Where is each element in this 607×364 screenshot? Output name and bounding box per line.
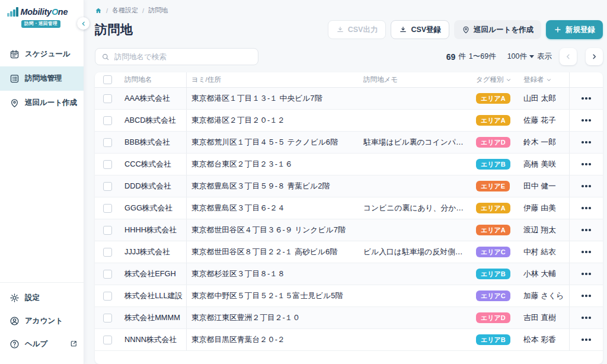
visit-name: 株式会社EFGH xyxy=(120,263,187,285)
registrant-name: 加藤 さくら xyxy=(519,291,569,301)
row-menu-button[interactable] xyxy=(579,225,593,235)
visit-address: 東京都台東区２丁目２３-１６ xyxy=(187,159,359,170)
row-menu-button[interactable] xyxy=(579,116,593,125)
visit-name: HHHH株式会社 xyxy=(120,219,187,241)
sort-chevron-icon xyxy=(546,77,552,83)
table-row[interactable]: NNNN株式会社 東京都目黒区青葉台２０-２ エリアB 松本 彩香 xyxy=(95,329,603,351)
map-pin-icon xyxy=(9,98,20,108)
row-checkbox[interactable] xyxy=(103,204,112,213)
table-row[interactable]: JJJJ株式会社 東京都世田谷区８丁目２２-１ 高砂ビル6階 ビル入口は駐車場の… xyxy=(95,241,603,263)
breadcrumb-item-settings[interactable]: 各種設定 xyxy=(112,6,138,15)
sidebar-item-help[interactable]: ヘルプ xyxy=(0,333,84,356)
prev-page-button[interactable] xyxy=(560,48,577,65)
tag-badge: エリアA xyxy=(476,93,510,104)
sidebar-item-route-create[interactable]: 巡回ルート作成 xyxy=(0,91,84,115)
plus-icon xyxy=(554,25,562,34)
row-menu-button[interactable] xyxy=(579,313,593,323)
header-cell-name: 訪問地名 xyxy=(120,72,187,87)
table-row[interactable]: BBB株式会社 東京都荒川区１丁目４５-５ テクノビル6階 駐車場はビル裏のコイ… xyxy=(95,132,603,154)
row-checkbox[interactable] xyxy=(103,226,112,235)
row-checkbox[interactable] xyxy=(103,116,112,125)
row-menu-button[interactable] xyxy=(579,269,593,279)
header-cell-checkbox xyxy=(95,75,120,84)
row-checkbox[interactable] xyxy=(103,160,112,169)
visit-name: GGG株式会社 xyxy=(120,197,187,219)
table-row[interactable]: 株式会社MMMM 東京都江東区豊洲２丁目２-１０ エリアD 吉田 直樹 xyxy=(95,307,603,329)
sidebar-item-schedule[interactable]: スケジュール xyxy=(0,42,84,66)
csv-import-button[interactable]: CSV登録 xyxy=(391,20,449,39)
row-checkbox[interactable] xyxy=(103,248,112,257)
registrant-name: 佐藤 花子 xyxy=(519,116,569,126)
row-menu-button[interactable] xyxy=(579,247,593,257)
csv-export-button[interactable]: CSV出力 xyxy=(328,20,386,39)
per-page-select[interactable]: 100件 xyxy=(507,52,534,62)
row-checkbox[interactable] xyxy=(103,336,112,344)
tag-badge: エリアC xyxy=(476,290,510,301)
visit-address: 東京都豊島区３丁目６-２４ xyxy=(187,203,359,213)
table-row[interactable]: 株式会社LLL建設 東京都中野区５丁目５２-１５富士見ビル5階 エリアC 加藤 … xyxy=(95,285,603,307)
registrant-name: 渡辺 翔太 xyxy=(519,225,569,235)
table-header-row: 訪問地名 ヨミ/住所 訪問地メモ タグ種別 登録者 xyxy=(95,72,603,88)
table-row[interactable]: CCC株式会社 東京都台東区２丁目２３-１６ エリアB 高橋 美咲 xyxy=(95,154,603,175)
tag-badge: エリアD xyxy=(476,137,510,148)
chevron-left-icon xyxy=(81,21,87,27)
tag-badge: エリアB xyxy=(476,269,510,279)
sidebar-footer: 設定 アカウント ヘルプ xyxy=(0,282,84,356)
visit-table: 訪問地名 ヨミ/住所 訪問地メモ タグ種別 登録者 AAA株式会社 東京都港区１… xyxy=(95,72,603,364)
row-checkbox[interactable] xyxy=(103,292,112,301)
visit-address: 東京都目黒区青葉台２０-２ xyxy=(187,335,359,345)
row-menu-button[interactable] xyxy=(579,181,593,191)
brand-name: MobilityOne xyxy=(21,7,68,17)
select-all-checkbox[interactable] xyxy=(103,75,112,84)
table-row[interactable]: HHHH株式会社 東京都世田谷区４丁目３６-９ リンクビル7階 エリアA 渡辺 … xyxy=(95,219,603,241)
search-input[interactable] xyxy=(114,53,252,61)
row-checkbox[interactable] xyxy=(103,270,112,279)
sidebar: MobilityOne 訪問・巡回管理 スケジュール 訪問地管理 巡回ルート作成… xyxy=(0,0,84,364)
page-title: 訪問地 xyxy=(95,21,133,38)
header-cell-registrant[interactable]: 登録者 xyxy=(519,75,569,84)
total-count: 69 xyxy=(446,52,456,62)
header-cell-tag[interactable]: タグ種別 xyxy=(471,75,519,84)
visit-address: 東京都港区２丁目２０-１２ xyxy=(187,116,359,126)
home-icon[interactable] xyxy=(95,7,102,14)
row-checkbox[interactable] xyxy=(103,94,112,103)
sidebar-item-label: 設定 xyxy=(25,293,40,303)
toolbar: 69件 1〜69件 100件 表示 xyxy=(95,48,603,65)
sidebar-collapse-button[interactable] xyxy=(77,17,90,30)
visit-memo: コンビニの裏にあり、分かり… xyxy=(359,203,471,213)
table-row[interactable]: AAA株式会社 東京都港区１丁目１３-１ 中央ビル7階 エリアA 山田 太郎 xyxy=(95,88,603,110)
row-checkbox[interactable] xyxy=(103,314,112,323)
tag-badge: エリアA xyxy=(476,115,510,126)
new-registration-button[interactable]: 新規登録 xyxy=(546,20,603,39)
sidebar-nav: スケジュール 訪問地管理 巡回ルート作成 xyxy=(0,42,84,115)
chevron-left-icon xyxy=(565,53,571,60)
table-row[interactable]: GGG株式会社 東京都豊島区３丁目６-２４ コンビニの裏にあり、分かり… エリア… xyxy=(95,197,603,219)
row-menu-button[interactable] xyxy=(579,291,593,301)
row-menu-button[interactable] xyxy=(579,94,593,103)
sidebar-item-label: アカウント xyxy=(25,316,63,326)
row-menu-button[interactable] xyxy=(579,335,593,344)
show-label: 表示 xyxy=(537,52,552,62)
sidebar-item-visit-management[interactable]: 訪問地管理 xyxy=(0,66,84,91)
sort-chevron-icon xyxy=(506,77,512,83)
registrant-name: 中村 結衣 xyxy=(519,247,569,257)
visit-name: NNNN株式会社 xyxy=(120,329,187,350)
row-checkbox[interactable] xyxy=(103,138,112,147)
search-icon xyxy=(101,53,110,61)
sidebar-item-account[interactable]: アカウント xyxy=(0,309,84,333)
visit-address: 東京都世田谷区４丁目３６-９ リンクビル7階 xyxy=(187,225,359,235)
row-menu-button[interactable] xyxy=(579,138,593,147)
row-menu-button[interactable] xyxy=(579,159,593,169)
table-row[interactable]: DDD株式会社 東京都豊島区３丁目５９-８ 青葉ビル2階 エリアE 田中 健一 xyxy=(95,175,603,197)
table-row[interactable]: 株式会社EFGH 東京都杉並区３丁目８-１８ エリアB 小林 大輔 xyxy=(95,263,603,285)
next-page-button[interactable] xyxy=(586,48,603,65)
visit-name: DDD株式会社 xyxy=(120,175,187,197)
visit-memo: ビル入口は駐車場の反対側。… xyxy=(359,247,471,257)
create-route-button[interactable]: 巡回ルートを作成 xyxy=(454,20,541,39)
row-menu-button[interactable] xyxy=(579,203,593,213)
download-icon xyxy=(336,25,344,34)
table-row[interactable]: ABCD株式会社 東京都港区２丁目２０-１２ エリアA 佐藤 花子 xyxy=(95,110,603,132)
header-cell-actions xyxy=(569,72,603,87)
row-checkbox[interactable] xyxy=(103,182,112,191)
sidebar-item-settings[interactable]: 設定 xyxy=(0,286,84,309)
